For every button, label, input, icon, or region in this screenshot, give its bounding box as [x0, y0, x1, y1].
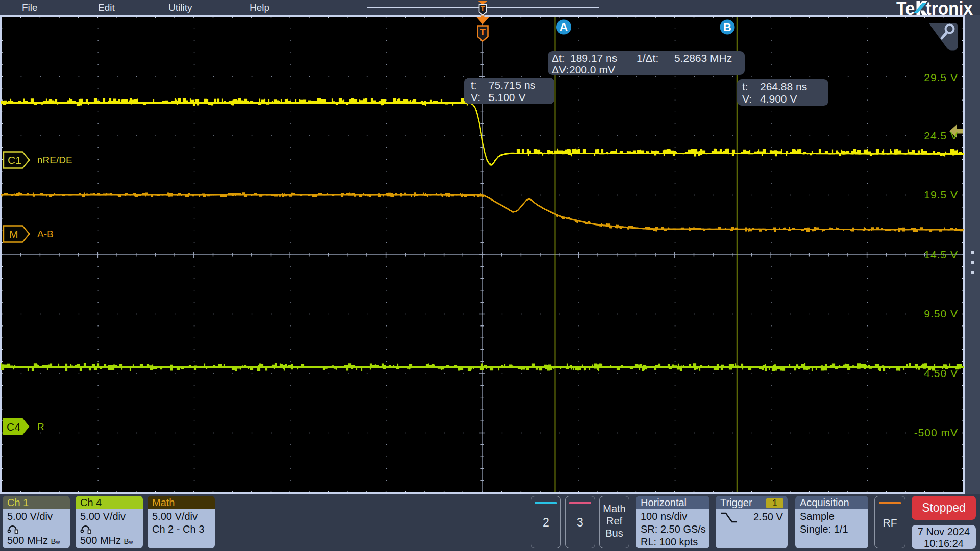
svg-text:T: T [480, 27, 486, 37]
svg-text:B: B [723, 21, 731, 34]
svg-text:T: T [481, 5, 485, 13]
svg-text:Te: Te [896, 0, 915, 18]
svg-text:tronix: tronix [926, 0, 973, 18]
svg-text:A-B: A-B [37, 229, 54, 239]
svg-text:R: R [37, 421, 44, 432]
svg-text:C4: C4 [7, 421, 20, 433]
svg-text:nRE/DE: nRE/DE [37, 155, 72, 165]
svg-text:C1: C1 [8, 154, 21, 166]
svg-text:A: A [560, 21, 568, 34]
svg-text:M: M [9, 228, 18, 240]
